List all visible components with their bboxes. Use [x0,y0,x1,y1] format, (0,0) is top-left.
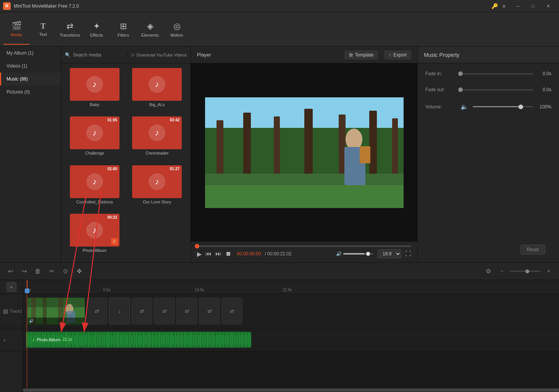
svg-rect-67 [92,334,93,346]
media-item-photoalbum[interactable]: ♪ 00:22 ✓ Photo Album [64,212,125,259]
zoom-slider-thumb[interactable] [525,269,529,273]
media-item-challenge[interactable]: ♪ 01:05 Challenge [64,115,125,162]
transition-slot-download[interactable]: ↓ [109,298,130,324]
duration-lovestory: 01:27 [170,167,180,171]
ruler-14s: 14.8s [195,288,204,292]
cut-btn[interactable]: ✂ [46,266,57,277]
transition-slot-6[interactable]: ⇄ [221,298,242,324]
fade-out-slider[interactable] [460,89,533,90]
nav-pictures[interactable]: Pictures (0) [0,85,61,98]
svg-rect-101 [144,334,145,345]
crop-btn[interactable]: ✤ [73,266,85,277]
progress-thumb[interactable] [195,244,199,248]
svg-rect-138 [201,333,202,347]
svg-rect-151 [221,335,221,345]
undo-btn[interactable]: ↩ [5,266,16,277]
svg-rect-120 [173,336,174,343]
toolbar-filters[interactable]: ⊞ Filters [110,14,137,45]
media-item-baby[interactable]: ♪ Baby [64,66,125,113]
timeline-ruler: 0s 6.6s 14.8s 22.9s [23,280,559,294]
media-thumb-challenge: ♪ 01:05 [70,116,120,149]
zoom-in-btn[interactable]: ＋ [543,266,554,277]
stop-btn[interactable]: ⏹ [225,250,231,257]
media-item-lovestory[interactable]: ♪ 01:27 Our Love Story [127,164,188,211]
toolbar-text[interactable]: T Text [30,14,57,45]
maximize-btn[interactable]: □ [525,0,541,12]
timeline-scrollbar[interactable] [23,387,559,392]
download-youtube-btn[interactable]: ▷ Download YouTube Videos [128,52,191,57]
prev-frame-btn[interactable]: ⏮ [205,250,212,257]
svg-rect-104 [149,332,150,347]
svg-rect-76 [106,334,107,346]
transition-slot-3[interactable]: ⇄ [154,298,175,324]
toolbar-transitions[interactable]: ⇄ Transitions [57,14,83,45]
fade-in-slider[interactable] [460,73,533,74]
media-item-controlled[interactable]: ♪ 02:00 Controlled_Distress [64,164,125,211]
volume-slider-wrap[interactable] [473,106,533,107]
split-icon[interactable]: ⚙ [483,266,494,277]
nav-videos[interactable]: Videos (1) [0,60,61,73]
zoom-slider[interactable] [510,271,541,272]
delete-btn[interactable]: 🗑 [32,266,44,277]
svg-rect-82 [115,335,116,344]
text-label: Text [39,32,47,37]
toolbar-media[interactable]: 🎬 Media [3,14,30,45]
aspect-ratio-select[interactable]: 16:9 4:3 1:1 [378,249,401,258]
volume-prop-value: 100% [538,104,551,110]
volume-thumb[interactable] [366,252,370,256]
reset-btn[interactable]: Reset [520,245,545,255]
svg-rect-161 [236,336,237,343]
svg-rect-117 [169,336,170,344]
search-input[interactable]: 🔍 Search media [61,52,128,58]
transition-slot-2[interactable]: ⇄ [131,298,152,324]
rotate-btn[interactable]: ⊙ [60,266,71,277]
export-btn[interactable]: ↑ Export [384,50,411,60]
toolbar-elements[interactable]: ◈ Elements [137,14,163,45]
svg-rect-79 [111,334,111,345]
fade-in-slider-wrap[interactable] [460,73,533,74]
media-item-bigals[interactable]: ♪ Big_ALs [127,66,188,113]
export-icon: ↑ [389,52,391,58]
fade-in-thumb[interactable] [458,71,463,76]
add-track-btn[interactable]: + [6,282,16,292]
video-clip[interactable]: 🔊 [27,298,85,324]
template-btn[interactable]: ⊞ Template [344,50,378,60]
transitions-icon: ⇄ [66,21,73,31]
volume-speaker-icon: 🔈 [460,103,468,110]
fullscreen-btn[interactable]: ⛶ [405,250,411,257]
transition-slot-5[interactable]: ⇄ [199,298,220,324]
duration-photoalbum: 00:22 [107,215,117,219]
volume-slider-track[interactable] [343,253,374,255]
svg-rect-136 [198,335,199,344]
redo-btn[interactable]: ↪ [18,266,30,277]
timeline-toolbar: ↩ ↪ 🗑 ✂ ⊙ ✤ ⚙ － ＋ [0,263,559,280]
transition-slot-4[interactable]: ⇄ [176,298,197,324]
media-item-cheerleader[interactable]: ♪ 03:42 Cheerleader [127,115,188,162]
clip-overlay: 🔊 [27,318,85,324]
window-controls[interactable]: ─ □ ✕ [510,0,556,12]
minimize-btn[interactable]: ─ [510,0,525,12]
volume-control[interactable]: 🔊 [336,251,374,256]
play-btn[interactable]: ▶ [197,250,202,258]
elements-label: Elements [141,33,159,37]
toolbar-motion[interactable]: ◎ Motion [163,14,190,45]
svg-rect-165 [242,333,243,347]
svg-rect-87 [123,335,124,345]
volume-prop-thumb[interactable] [519,105,523,109]
toolbar-effects[interactable]: ✦ Effects [83,14,110,45]
music-clip[interactable]: // Generate waveform bars [26,332,251,348]
close-btn[interactable]: ✕ [541,0,556,12]
volume-prop-slider[interactable] [473,106,533,107]
fade-out-thumb[interactable] [458,87,463,92]
svg-rect-147 [215,336,215,343]
zoom-out-btn[interactable]: － [496,266,508,277]
scrollbar-thumb[interactable] [23,389,559,392]
nav-music[interactable]: Music (88) [0,73,61,85]
music-note-icon-2: ♪ [149,76,165,93]
next-frame-btn[interactable]: ⏭ [215,250,221,257]
nav-my-album[interactable]: My Album (1) [0,47,61,60]
progress-bar[interactable] [197,245,411,247]
transition-slot-1[interactable]: ⇄ [86,298,107,324]
fade-out-slider-wrap[interactable] [460,89,533,90]
track1-label: ▤ Track1 [0,294,23,328]
